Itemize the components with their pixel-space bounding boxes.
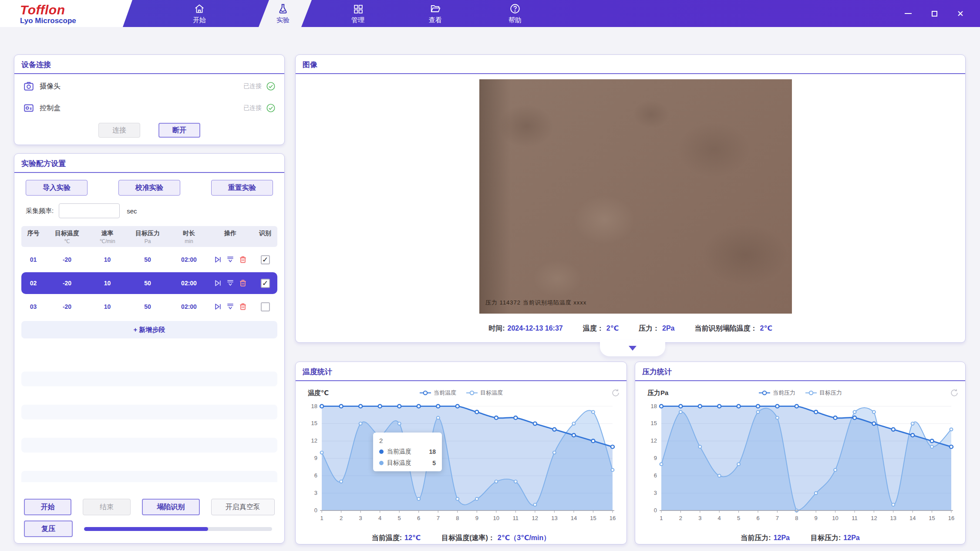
table-header: 序号 目标温度℃ 速率℃/min 目标压力Pa 时长min 操作 识别 bbox=[21, 226, 277, 247]
chevron-down-icon bbox=[629, 346, 636, 351]
run-step-icon[interactable] bbox=[213, 255, 222, 264]
vacuum-pump-button[interactable]: 开启真空泵 bbox=[211, 499, 275, 515]
refresh-icon[interactable] bbox=[611, 388, 620, 398]
home-icon bbox=[181, 2, 218, 15]
recipe-panel-title: 实验配方设置 bbox=[14, 154, 284, 172]
maximize-button[interactable] bbox=[928, 8, 940, 19]
caption-label: 温度： bbox=[583, 325, 604, 332]
folder-icon bbox=[417, 2, 454, 15]
nav-item-experiment[interactable]: 实验 bbox=[264, 2, 302, 24]
nav-item-help[interactable]: 帮助 bbox=[496, 2, 534, 24]
add-step-button[interactable]: + 新增步段 bbox=[21, 321, 277, 338]
svg-text:10: 10 bbox=[832, 515, 838, 522]
table-row[interactable]: 01 -20 10 50 02:00 bbox=[21, 249, 277, 270]
delete-step-icon[interactable] bbox=[239, 255, 247, 264]
svg-text:14: 14 bbox=[909, 515, 916, 522]
svg-text:15: 15 bbox=[311, 420, 317, 427]
insert-step-icon[interactable] bbox=[226, 279, 235, 287]
delete-step-icon[interactable] bbox=[239, 302, 247, 311]
empty-row bbox=[21, 438, 277, 453]
topbar-background bbox=[0, 0, 980, 27]
run-step-icon[interactable] bbox=[213, 279, 222, 287]
table-row[interactable]: 03 -20 10 50 02:00 bbox=[21, 296, 277, 318]
recognition-checkbox[interactable] bbox=[261, 302, 270, 311]
svg-text:9: 9 bbox=[475, 515, 478, 522]
device-status: 已连接 bbox=[243, 104, 262, 112]
end-button[interactable]: 结束 bbox=[83, 499, 130, 515]
nav-item-view[interactable]: 查看 bbox=[417, 2, 454, 24]
minimize-button[interactable] bbox=[902, 8, 914, 19]
svg-text:13: 13 bbox=[890, 515, 896, 522]
pressure-chart-plot: 123456789101112131415160369121518 bbox=[641, 400, 959, 527]
svg-text:0: 0 bbox=[654, 507, 657, 514]
svg-text:16: 16 bbox=[610, 515, 616, 522]
insert-step-icon[interactable] bbox=[226, 255, 235, 264]
help-icon bbox=[496, 2, 534, 15]
svg-text:2: 2 bbox=[340, 515, 343, 522]
empty-row bbox=[21, 471, 277, 482]
pressure-panel-title: 压力统计 bbox=[635, 362, 965, 380]
caption-label: 时间: bbox=[488, 325, 505, 332]
svg-text:9: 9 bbox=[654, 455, 657, 461]
svg-text:11: 11 bbox=[852, 515, 857, 522]
insert-step-icon[interactable] bbox=[226, 302, 235, 311]
svg-text:3: 3 bbox=[359, 515, 362, 522]
svg-text:6: 6 bbox=[654, 472, 657, 479]
caption-value: 2℃ bbox=[606, 325, 619, 332]
panel-underline bbox=[14, 172, 284, 173]
repressure-button[interactable]: 复压 bbox=[24, 521, 73, 537]
table-row[interactable]: 02 -20 10 50 02:00 bbox=[21, 272, 277, 294]
temperature-chart-plot: 123456789101112131415160369121518 bbox=[302, 400, 620, 527]
connected-check-icon bbox=[266, 103, 276, 113]
empty-row bbox=[21, 421, 277, 436]
recognition-checkbox[interactable] bbox=[261, 255, 270, 264]
device-connection-panel: 设备连接 摄像头 已连接 控制盒 已连接 连接 断开 bbox=[14, 54, 285, 145]
legend-item[interactable]: 目标温度 bbox=[466, 389, 503, 397]
connect-button[interactable]: 连接 bbox=[98, 123, 140, 138]
nav-item-manage[interactable]: 管理 bbox=[339, 2, 377, 24]
nav-item-home[interactable]: 开始 bbox=[181, 2, 218, 24]
svg-text:3: 3 bbox=[314, 490, 317, 496]
disconnect-button[interactable]: 断开 bbox=[158, 123, 200, 138]
temperature-chart-panel: 温度统计 温度℃ 当前温度目标温度 1234567891011121314151… bbox=[295, 362, 627, 544]
import-experiment-button[interactable]: 导入实验 bbox=[26, 180, 88, 196]
svg-text:13: 13 bbox=[551, 515, 557, 522]
collapse-panel-handle[interactable] bbox=[600, 340, 665, 356]
logo-subtitle: Lyo Microscope bbox=[20, 17, 76, 25]
device-name: 控制盒 bbox=[40, 104, 61, 113]
recognition-checkbox[interactable] bbox=[261, 279, 270, 288]
start-button[interactable]: 开始 bbox=[24, 499, 71, 515]
chart-ylabel: 压力Pa bbox=[647, 389, 668, 397]
svg-text:12: 12 bbox=[311, 438, 317, 444]
empty-row bbox=[21, 454, 277, 469]
svg-text:18: 18 bbox=[651, 403, 657, 409]
refresh-icon[interactable] bbox=[950, 388, 959, 398]
device-panel-title: 设备连接 bbox=[14, 55, 284, 73]
temperature-footer: 当前温度:12℃ 目标温度(速率)：2℃（3℃/min） bbox=[296, 531, 626, 547]
app-logo: Tofflon Lyo Microscope bbox=[20, 3, 76, 25]
svg-text:1: 1 bbox=[320, 515, 323, 522]
frequency-input[interactable] bbox=[59, 203, 120, 218]
series-dot bbox=[379, 461, 384, 465]
microscope-image: 压力 114372 当前识别塌陷温度 xxxx bbox=[479, 79, 792, 314]
legend-item[interactable]: 当前压力 bbox=[758, 389, 795, 397]
reset-experiment-button[interactable]: 重置实验 bbox=[211, 180, 273, 196]
app-window: Tofflon Lyo Microscope 开始 实验 管理 查看 bbox=[0, 0, 980, 551]
calibrate-experiment-button[interactable]: 校准实验 bbox=[118, 180, 180, 196]
svg-text:12: 12 bbox=[651, 437, 657, 444]
chart-tooltip: 2 当前温度18 目标温度5 bbox=[373, 433, 442, 471]
image-panel: 图像 压力 114372 当前识别塌陷温度 xxxx 时间:2024-12-13… bbox=[295, 54, 966, 343]
svg-text:15: 15 bbox=[929, 515, 935, 522]
empty-rows bbox=[21, 353, 277, 482]
legend-item[interactable]: 目标压力 bbox=[805, 389, 842, 397]
collapse-detect-button[interactable]: 塌陷识别 bbox=[142, 499, 200, 515]
pressure-chart: 压力Pa 当前压力目标压力 12345678910111213141516036… bbox=[635, 381, 965, 531]
empty-row bbox=[21, 355, 277, 370]
image-overlay-text: 压力 114372 当前识别塌陷温度 xxxx bbox=[485, 299, 586, 307]
device-row-camera: 摄像头 已连接 bbox=[14, 77, 284, 96]
legend-item[interactable]: 当前温度 bbox=[419, 389, 456, 397]
run-step-icon[interactable] bbox=[213, 302, 222, 311]
close-button[interactable]: ✕ bbox=[954, 8, 967, 19]
delete-step-icon[interactable] bbox=[239, 279, 247, 287]
caption-value: 2Pa bbox=[662, 325, 674, 332]
